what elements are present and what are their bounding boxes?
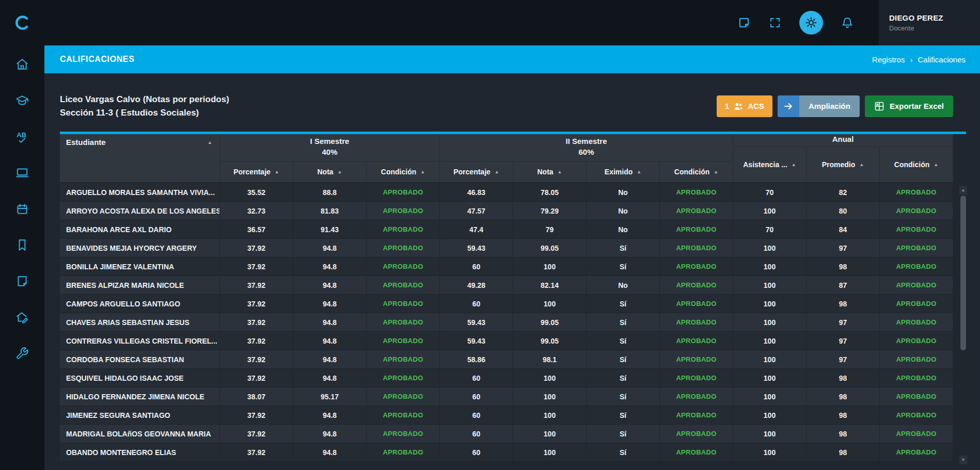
value-cell: 58.86 [440, 350, 513, 368]
fullscreen-button[interactable] [768, 16, 782, 29]
scroll-down-button[interactable]: ▼ [959, 456, 967, 464]
sort-asc-icon[interactable]: ▲ [558, 169, 562, 174]
app-logo[interactable] [0, 0, 44, 45]
value-cell: 37.92 [220, 425, 293, 443]
value-cell: No [587, 202, 660, 220]
topbar: DIEGO PEREZ Docente [44, 0, 980, 45]
ampliacion-button[interactable]: Ampliación [778, 95, 860, 117]
condition-cell: APROBADO [880, 257, 953, 275]
sidebar-item-grades[interactable]: AB [14, 129, 30, 144]
sort-asc-icon[interactable]: ▲ [275, 169, 279, 174]
student-name-cell: CONTRERAS VILLEGAS CRISTEL FIOREL... [60, 332, 220, 350]
group-2-columns: Porcentaje▲ Nota▲ Eximido▲ Condición▲ [440, 161, 733, 182]
value-cell: 82 [807, 183, 880, 201]
condition-cell: APROBADO [367, 239, 440, 257]
chevron-right-icon: › [910, 55, 912, 64]
column-header-condicion-anual[interactable]: Condición▲ [880, 147, 953, 182]
condition-cell: APROBADO [660, 369, 733, 387]
value-cell: 97 [807, 313, 880, 331]
notes-button[interactable] [737, 16, 751, 29]
group-1-name: I Semestre [310, 137, 350, 145]
student-name-cell: CORDOBA FONSECA SEBASTIAN [60, 350, 220, 368]
sidebar-item-courses[interactable] [14, 93, 30, 108]
condition-cell: APROBADO [367, 183, 440, 201]
acs-button[interactable]: 1 ACS [717, 95, 772, 117]
column-header-estudiante[interactable]: Estudiante ▲ [60, 132, 220, 182]
value-cell: 94.8 [293, 350, 367, 368]
value-cell: 98.1 [513, 350, 587, 368]
value-cell: No [587, 276, 660, 294]
column-header-nota-s1[interactable]: Nota▲ [293, 161, 367, 182]
condition-cell: APROBADO [367, 443, 440, 461]
export-excel-button[interactable]: Exportar Excel [865, 95, 953, 117]
sidebar-item-home[interactable] [14, 57, 30, 72]
value-cell: 100 [733, 313, 807, 331]
column-header-eximido[interactable]: Eximido▲ [587, 161, 660, 182]
sort-asc-icon[interactable]: ▲ [495, 169, 499, 174]
student-name-cell: ESQUIVEL HIDALGO ISAAC JOSE [60, 369, 220, 387]
sort-asc-icon[interactable]: ▲ [338, 169, 342, 174]
user-menu[interactable]: DIEGO PEREZ Docente [879, 0, 980, 45]
sort-asc-icon[interactable]: ▲ [859, 162, 864, 167]
value-cell: 88.8 [293, 183, 367, 201]
notifications-button[interactable] [841, 16, 854, 29]
fullscreen-icon [769, 17, 781, 29]
breadcrumb-calificaciones[interactable]: Calificaciones [918, 55, 966, 64]
column-header-condicion-s1[interactable]: Condición▲ [367, 161, 440, 182]
sort-asc-icon[interactable]: ▲ [420, 169, 425, 174]
sort-asc-icon[interactable]: ▲ [792, 162, 796, 167]
value-cell: 97 [807, 239, 880, 257]
value-cell: 60 [440, 406, 513, 424]
student-name-cell: JIMENEZ SEGURA SANTIAGO [60, 406, 220, 424]
sort-asc-icon[interactable]: ▲ [714, 169, 718, 174]
column-header-nota-s2[interactable]: Nota▲ [513, 161, 587, 182]
value-cell: 98 [807, 369, 880, 387]
calendar-icon [15, 202, 29, 216]
sidebar-item-notes[interactable] [14, 273, 30, 289]
group-1-weight: 40% [322, 148, 337, 156]
value-cell: 97 [807, 350, 880, 368]
condition-cell: APROBADO [367, 332, 440, 350]
condition-cell: APROBADO [660, 257, 733, 275]
sort-asc-icon[interactable]: ▲ [208, 140, 212, 145]
scrollbar-thumb[interactable] [960, 196, 966, 350]
value-cell: 99.05 [513, 239, 587, 257]
sort-asc-icon[interactable]: ▲ [637, 169, 641, 174]
sidebar-item-calendar[interactable] [14, 201, 30, 217]
column-header-asistencia[interactable]: Asistencia ...▲ [733, 147, 807, 182]
table-scrollbar[interactable]: ▲ ▼ [959, 186, 967, 464]
value-cell: 59.43 [440, 239, 513, 257]
sidebar-item-computer[interactable] [14, 165, 30, 181]
sidebar-item-home-edit[interactable] [14, 310, 30, 325]
column-header-promedio[interactable]: Promedio▲ [807, 147, 880, 182]
value-cell: 94.8 [293, 332, 367, 350]
value-cell: 98 [807, 443, 880, 461]
scrollbar-track[interactable] [959, 195, 967, 456]
condition-cell: APROBADO [660, 183, 733, 201]
column-header-condicion-s2[interactable]: Condición▲ [660, 161, 733, 182]
value-cell: 100 [733, 443, 807, 461]
value-cell: Sí [587, 369, 660, 387]
value-cell: 98 [807, 257, 880, 275]
sidebar-item-tools[interactable] [14, 346, 30, 361]
sidebar-item-bookmark[interactable] [14, 237, 30, 253]
condition-cell: APROBADO [880, 350, 953, 368]
column-header-porcentaje-s1[interactable]: Porcentaje▲ [220, 161, 293, 182]
condition-cell: APROBADO [660, 387, 733, 406]
sun-icon [805, 17, 817, 29]
value-cell: 36.57 [220, 220, 293, 238]
value-cell: 98 [807, 425, 880, 443]
scroll-up-button[interactable]: ▲ [959, 186, 967, 195]
breadcrumb-registros[interactable]: Registros [872, 55, 905, 64]
sort-asc-icon[interactable]: ▲ [934, 162, 938, 167]
arrow-right-icon [778, 95, 799, 117]
value-cell: 94.8 [293, 443, 367, 461]
column-header-porcentaje-s2[interactable]: Porcentaje▲ [440, 161, 513, 182]
sidebar-nav: AB [14, 45, 30, 361]
theme-toggle-button[interactable] [799, 11, 823, 35]
content-area: Liceo Vargas Calvo (Notas por periodos) … [44, 73, 980, 470]
value-cell: No [587, 220, 660, 238]
value-cell: 47.57 [440, 202, 513, 220]
value-cell: Sí [587, 332, 660, 350]
value-cell: Sí [587, 443, 660, 461]
